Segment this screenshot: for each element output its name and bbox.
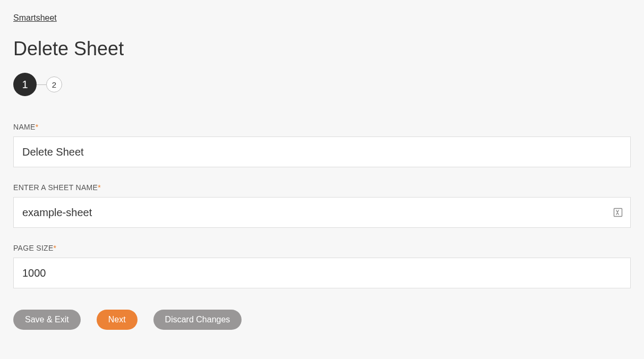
stepper: 1 2 [13,73,631,96]
name-input[interactable] [13,136,631,167]
sheet-name-label-text: ENTER A SHEET NAME [13,183,98,192]
required-mark: * [36,123,39,131]
save-exit-button[interactable]: Save & Exit [13,310,81,330]
page-title: Delete Sheet [13,38,631,60]
page-size-label: PAGE SIZE* [13,244,631,252]
required-mark: * [54,244,57,252]
form-group-name: NAME* [13,123,631,167]
sheet-name-label: ENTER A SHEET NAME* [13,183,631,192]
stepper-step-2[interactable]: 2 [46,76,62,92]
discard-changes-button[interactable]: Discard Changes [153,310,242,330]
stepper-connector [37,84,46,85]
form-group-sheet-name: ENTER A SHEET NAME* [13,183,631,228]
name-label: NAME* [13,123,631,131]
page-size-label-text: PAGE SIZE [13,244,54,252]
page-size-input[interactable] [13,258,631,288]
next-button[interactable]: Next [97,310,138,330]
required-mark: * [98,183,101,192]
breadcrumb-link-smartsheet[interactable]: Smartsheet [13,13,57,22]
stepper-step-1[interactable]: 1 [13,73,37,96]
sheet-name-input[interactable] [13,197,631,228]
form-group-page-size: PAGE SIZE* [13,244,631,288]
name-label-text: NAME [13,123,36,131]
button-row: Save & Exit Next Discard Changes [13,310,631,330]
